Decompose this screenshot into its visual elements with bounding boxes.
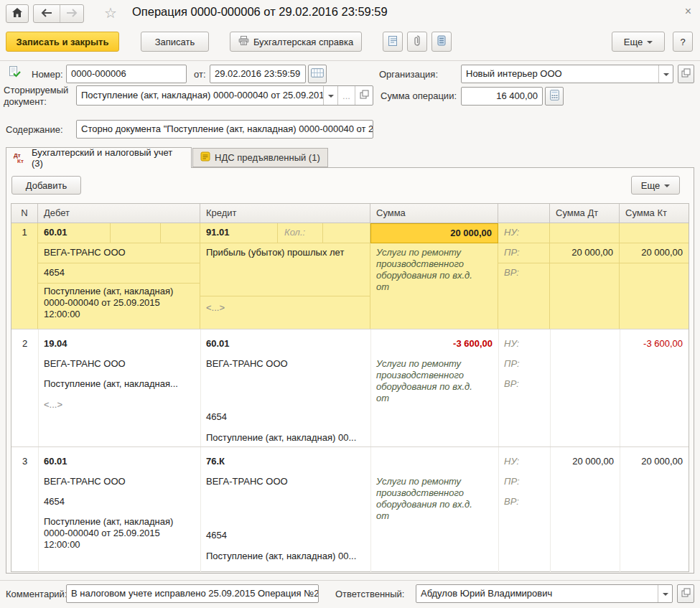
tab-accounting-label: Бухгалтерский и налоговый учет (3) bbox=[32, 147, 184, 169]
forward-button[interactable] bbox=[60, 5, 83, 22]
responsible-label: Ответственный: bbox=[335, 589, 404, 599]
sum-comment-cell[interactable]: Услуги по ремонту производственного обор… bbox=[370, 243, 498, 329]
responsible-dropdown-button[interactable] bbox=[658, 585, 672, 602]
sum-kt-value[interactable]: 20 000,00 bbox=[620, 243, 689, 263]
accounting-reference-label: Бухгалтерская справка bbox=[253, 37, 353, 47]
date-value: 29.02.2016 23:59:59 bbox=[210, 65, 305, 83]
save-button[interactable]: Записать bbox=[141, 32, 209, 52]
content-input[interactable]: Сторно документа "Поступление (акт, накл… bbox=[76, 120, 373, 139]
printer-icon bbox=[238, 36, 249, 47]
content-value: Сторно документа "Поступление (акт, накл… bbox=[77, 121, 373, 138]
table-row[interactable]: 3 60.01 ВЕГА-ТРАНС ООО 4654 Поступление … bbox=[11, 447, 689, 573]
number-input[interactable]: 0000-000006 bbox=[66, 65, 187, 83]
credit-subconto2: 4654 bbox=[206, 411, 227, 422]
accounting-reference-button[interactable]: Бухгалтерская справка bbox=[230, 32, 362, 52]
storno-open-button[interactable] bbox=[355, 86, 373, 105]
debit-subconto2: Поступление (акт, накладная... bbox=[44, 378, 178, 389]
home-button[interactable] bbox=[6, 4, 29, 23]
debit-subconto2[interactable]: 4654 bbox=[38, 263, 200, 284]
chevron-down-icon bbox=[328, 95, 334, 100]
help-button[interactable]: ? bbox=[673, 32, 693, 52]
paperclip-icon bbox=[414, 35, 421, 49]
header-sum-kt[interactable]: Сумма Кт bbox=[620, 204, 689, 223]
page-title: Операция 0000-000006 от 29.02.2016 23:59… bbox=[132, 5, 388, 19]
calculator-button[interactable] bbox=[545, 87, 564, 106]
pr-label: ПР: bbox=[504, 476, 520, 487]
credit-subconto1[interactable]: Прибыль (убыток) прошлых лет bbox=[200, 243, 370, 296]
header-debit[interactable]: Дебет bbox=[38, 204, 200, 223]
credit-subconto2[interactable]: <...> bbox=[200, 296, 370, 329]
organization-dropdown-button[interactable] bbox=[658, 65, 673, 83]
credit-account: 76.К bbox=[206, 456, 225, 467]
header-credit[interactable]: Кредит bbox=[200, 204, 370, 223]
debit-subconto1[interactable]: ВЕГА-ТРАНС ООО bbox=[38, 243, 200, 263]
grid-more-button[interactable]: Еще bbox=[631, 176, 680, 195]
save-close-button[interactable]: Записать и закрыть bbox=[6, 32, 119, 52]
storno-document-value: Поступление (акт, накладная) 0000-000040… bbox=[77, 86, 323, 105]
sum-kt-cell[interactable] bbox=[620, 223, 689, 243]
date-input[interactable]: 29.02.2016 23:59:59 bbox=[210, 65, 306, 83]
nu-label: НУ: bbox=[504, 456, 519, 467]
operation-window: ☆ Операция 0000-000006 от 29.02.2016 23:… bbox=[0, 0, 700, 608]
debit-credit-icon: ДтКт bbox=[14, 152, 27, 164]
debit-subconto3: <...> bbox=[44, 399, 62, 410]
open-icon bbox=[360, 90, 369, 101]
open-icon bbox=[681, 588, 691, 599]
credit-subconto1: ВЕГА-ТРАНС ООО bbox=[206, 358, 288, 369]
sum-dt-cell[interactable] bbox=[550, 263, 620, 329]
credit-subconto1: ВЕГА-ТРАНС ООО bbox=[206, 476, 288, 487]
attachments-button[interactable] bbox=[407, 32, 427, 52]
operation-sum-input[interactable]: 16 400,00 bbox=[461, 87, 543, 106]
storno-document-input[interactable]: Поступление (акт, накладная) 0000-000040… bbox=[76, 85, 373, 106]
comment-input[interactable]: В налоговом учете исправлено 25.09.2015 … bbox=[66, 584, 319, 603]
responsible-input[interactable]: Абдулов Юрий Владимирович bbox=[416, 584, 673, 603]
register-records-button[interactable] bbox=[431, 32, 452, 52]
row-number: 1 bbox=[11, 223, 38, 329]
credit-subconto3: Поступление (акт, накладная) 00... bbox=[206, 432, 356, 443]
close-icon[interactable]: × bbox=[685, 5, 691, 18]
debit-subconto3[interactable]: Поступление (акт, накладная) 0000-000040… bbox=[38, 284, 200, 329]
responsible-value: Абдулов Юрий Владимирович bbox=[416, 585, 658, 602]
posting-comment: Услуги по ремонту производственного обор… bbox=[376, 476, 487, 522]
row-number: 2 bbox=[11, 338, 38, 349]
organization-input[interactable]: Новый интерьер ООО bbox=[461, 65, 673, 83]
posting-comment: Услуги по ремонту производственного обор… bbox=[376, 247, 487, 293]
table-row[interactable]: 2 19.04 ВЕГА-ТРАНС ООО Поступление (акт,… bbox=[11, 329, 689, 447]
organization-open-button[interactable] bbox=[678, 65, 694, 83]
pr-label: ПР: bbox=[498, 243, 550, 263]
more-label: Еще bbox=[624, 37, 643, 47]
calendar-button[interactable] bbox=[308, 65, 327, 83]
header-n[interactable]: N bbox=[11, 204, 38, 223]
debit-account-cell[interactable]: 60.01 bbox=[38, 223, 200, 243]
nav-buttons bbox=[33, 4, 84, 23]
more-button[interactable]: Еще bbox=[612, 32, 665, 52]
credit-account-cell[interactable]: 91.01 Кол.: bbox=[200, 223, 370, 243]
organization-label: Организация: bbox=[379, 69, 438, 80]
sum-dt-value[interactable]: 20 000,00 bbox=[550, 243, 620, 263]
document-lines-icon bbox=[388, 35, 398, 49]
back-button[interactable] bbox=[34, 5, 60, 22]
responsible-open-button[interactable] bbox=[677, 584, 694, 603]
pr-label: ПР: bbox=[504, 358, 520, 369]
add-row-button[interactable]: Добавить bbox=[11, 176, 81, 195]
tab-accounting-tax[interactable]: ДтКт Бухгалтерский и налоговый учет (3) bbox=[6, 147, 192, 168]
table-header: N Дебет Кредит Сумма Сумма Дт Сумма Кт bbox=[11, 204, 689, 223]
content-label: Содержание: bbox=[6, 124, 63, 135]
table-row[interactable]: 1 60.01 ВЕГА-ТРАНС ООО 4654 Поступление … bbox=[11, 223, 689, 329]
favorite-star-icon[interactable]: ☆ bbox=[104, 4, 117, 22]
storno-dropdown-button[interactable] bbox=[323, 86, 337, 105]
storno-label-line2: документ: bbox=[4, 96, 47, 107]
home-icon bbox=[12, 8, 22, 19]
sum-cell-selected[interactable]: 20 000,00 bbox=[370, 223, 498, 243]
vr-label: ВР: bbox=[504, 378, 519, 389]
tab-vat[interactable]: НДС предъявленный (1) bbox=[192, 148, 328, 167]
sum-kt-cell[interactable] bbox=[620, 263, 689, 329]
vr-label: ВР: bbox=[498, 263, 550, 329]
report-button[interactable] bbox=[383, 32, 403, 52]
header-sum[interactable]: Сумма bbox=[370, 204, 498, 223]
organization-value: Новый интерьер ООО bbox=[462, 65, 658, 83]
sum-dt-cell[interactable] bbox=[550, 223, 620, 243]
header-sum-dt[interactable]: Сумма Дт bbox=[550, 204, 620, 223]
comment-label: Комментарий: bbox=[6, 589, 67, 599]
storno-ellipsis-button[interactable]: ... bbox=[337, 86, 355, 105]
